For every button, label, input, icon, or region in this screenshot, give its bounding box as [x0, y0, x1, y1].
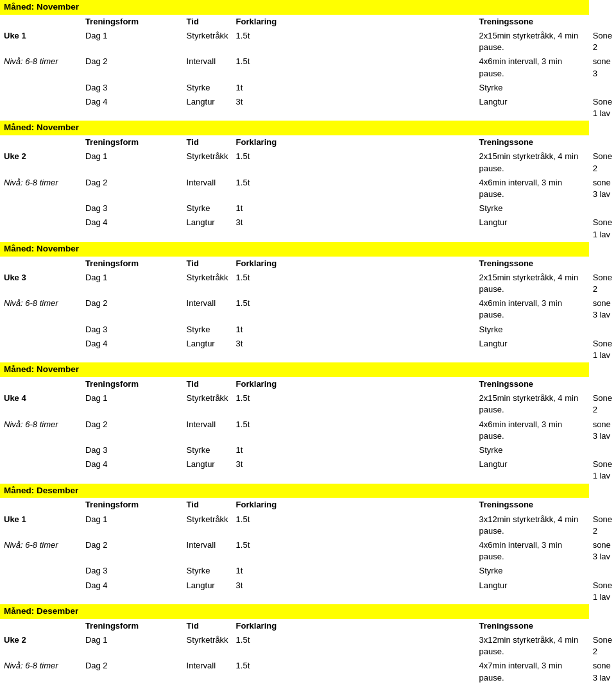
data-row: Uke 3Dag 1Styrketråkk1.5t2x15min styrket…: [0, 271, 616, 296]
table-cell: Langtur: [183, 457, 232, 483]
table-cell: 3x12min styrketråkk, 4 min pause.: [475, 633, 589, 659]
data-row: Dag 3Styrke1tStyrke: [0, 443, 616, 457]
subheader-cell: Treningsform: [81, 257, 183, 271]
data-row: Nivå: 6-8 timerDag 2Intervall1.5t4x6min …: [0, 538, 616, 564]
table-cell: Langtur: [475, 216, 589, 241]
table-cell: Styrketråkk: [183, 271, 232, 296]
subheader-cell: Forklaring: [232, 15, 475, 29]
table-cell: Langtur: [475, 579, 589, 604]
subheader-cell: [0, 377, 81, 391]
table-cell: Styrke: [183, 443, 232, 457]
table-cell: Langtur: [475, 95, 589, 121]
table-cell: Dag 3: [81, 323, 183, 337]
table-cell: Styrke: [475, 443, 589, 457]
table-cell: Dag 4: [81, 579, 183, 604]
subheader-cell: Treningssone: [475, 619, 589, 633]
table-cell: Styrketråkk: [183, 391, 232, 417]
data-row: Uke 2Dag 1Styrketråkk1.5t3x12min styrket…: [0, 633, 616, 659]
table-cell: Langtur: [475, 337, 589, 362]
table-cell: [589, 564, 616, 578]
table-cell: Styrke: [183, 81, 232, 95]
data-row: Dag 4Langtur3tLangturSone 1 lav: [0, 457, 616, 483]
table-cell: Intervall: [183, 55, 232, 80]
table-cell: 3t: [232, 337, 475, 362]
week-label-cell: [0, 564, 81, 578]
week-label-cell: Nivå: 6-8 timer: [0, 418, 81, 443]
table-cell: Langtur: [183, 337, 232, 362]
week-label-cell: Nivå: 6-8 timer: [0, 176, 81, 201]
table-cell: Sone 1 lav: [589, 337, 616, 362]
table-cell: [589, 81, 616, 95]
section-header-cell: Måned: November: [0, 121, 589, 135]
table-cell: [589, 201, 616, 216]
table-cell: 1.5t: [232, 29, 475, 55]
table-cell: 4x6min intervall, 3 min pause.: [475, 418, 589, 443]
table-cell: Intervall: [183, 418, 232, 443]
table-cell: Dag 4: [81, 95, 183, 121]
subheader-cell: Tid: [183, 257, 232, 271]
subheader-row: TreningsformTidForklaringTreningssone: [0, 15, 616, 29]
table-cell: 1.5t: [232, 271, 475, 296]
subheader-cell: [0, 257, 81, 271]
table-cell: Dag 1: [81, 513, 183, 538]
subheader-cell: [0, 135, 81, 149]
week-label-cell: Nivå: 6-8 timer: [0, 296, 81, 322]
table-cell: Intervall: [183, 176, 232, 201]
data-row: Nivå: 6-8 timerDag 2Intervall1.5t4x6min …: [0, 296, 616, 322]
data-row: Uke 2Dag 1Styrketråkk1.5t2x15min styrket…: [0, 149, 616, 175]
data-row: Dag 4Langtur3tLangturSone 1 lav: [0, 337, 616, 362]
data-row: Nivå: 6-8 timerDag 2Intervall1.5t4x6min …: [0, 176, 616, 201]
subheader-row: TreningsformTidForklaringTreningssone: [0, 498, 616, 512]
subheader-cell: [0, 15, 81, 29]
training-schedule-table: Måned: NovemberTreningsformTidForklaring…: [0, 0, 616, 687]
table-cell: 4x6min intervall, 3 min pause.: [475, 176, 589, 201]
table-cell: 4x6min intervall, 3 min pause.: [475, 55, 589, 80]
table-cell: Dag 4: [81, 337, 183, 362]
week-label-cell: [0, 95, 81, 121]
table-cell: Styrke: [183, 323, 232, 337]
table-cell: 2x15min styrketråkk, 4 min pause.: [475, 391, 589, 417]
table-cell: 2x15min styrketråkk, 4 min pause.: [475, 29, 589, 55]
subheader-cell: Treningssone: [475, 257, 589, 271]
subheader-cell: Forklaring: [232, 498, 475, 512]
table-cell: 1.5t: [232, 633, 475, 659]
section-header-cell: Måned: November: [0, 362, 589, 377]
section-header-cell: Måned: November: [0, 0, 589, 15]
table-cell: Dag 2: [81, 55, 183, 80]
data-row: Uke 1Dag 1Styrketråkk1.5t2x15min styrket…: [0, 29, 616, 55]
subheader-cell: [0, 619, 81, 633]
subheader-cell: Tid: [183, 15, 232, 29]
table-cell: Dag 1: [81, 391, 183, 417]
subheader-cell: Tid: [183, 498, 232, 512]
table-cell: Sone 1 lav: [589, 579, 616, 604]
data-row: Uke 1Dag 1Styrketråkk1.5t3x12min styrket…: [0, 513, 616, 538]
table-cell: 3x12min styrketråkk, 4 min pause.: [475, 513, 589, 538]
table-cell: Sone 1 lav: [589, 95, 616, 121]
table-cell: Intervall: [183, 659, 232, 684]
subheader-row: TreningsformTidForklaringTreningssone: [0, 135, 616, 149]
table-cell: Styrke: [475, 81, 589, 95]
table-cell: Dag 3: [81, 201, 183, 216]
table-cell: 1.5t: [232, 513, 475, 538]
table-cell: 2x15min styrketråkk, 4 min pause.: [475, 271, 589, 296]
data-row: Nivå: 6-8 timerDag 2Intervall1.5t4x6min …: [0, 418, 616, 443]
week-label-cell: Nivå: 6-8 timer: [0, 55, 81, 80]
table-cell: Dag 4: [81, 216, 183, 241]
week-label-cell: [0, 201, 81, 216]
table-cell: 2x15min styrketråkk, 4 min pause.: [475, 149, 589, 175]
subheader-cell: [0, 498, 81, 512]
table-cell: 1t: [232, 564, 475, 578]
subheader-cell: Treningssone: [475, 377, 589, 391]
table-cell: Dag 2: [81, 659, 183, 684]
section-header-row: Måned: November: [0, 242, 616, 257]
section-header-cell: Måned: November: [0, 242, 589, 257]
table-cell: 4x7min intervall, 3 min pause.: [475, 659, 589, 684]
table-cell: sone 3: [589, 55, 616, 80]
table-cell: Styrketråkk: [183, 29, 232, 55]
data-row: Dag 3Styrke1tStyrke: [0, 323, 616, 337]
table-cell: sone 3 lav: [589, 659, 616, 684]
table-cell: Intervall: [183, 538, 232, 564]
subheader-cell: Treningsform: [81, 135, 183, 149]
subheader-cell: Treningsform: [81, 619, 183, 633]
table-cell: 1.5t: [232, 176, 475, 201]
